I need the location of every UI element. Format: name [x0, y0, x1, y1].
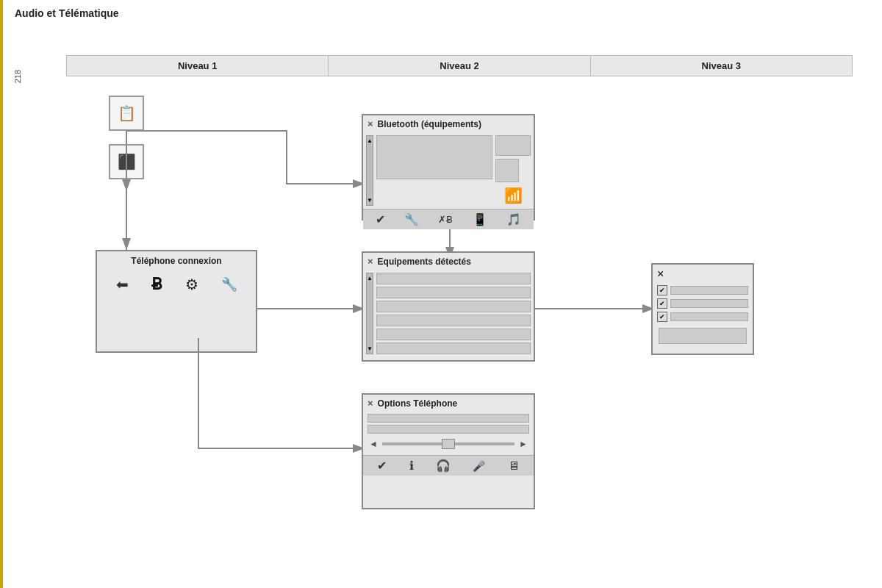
n3-label-1	[670, 286, 748, 295]
n3-checkbox-3: ✔	[653, 310, 753, 323]
slider-left-arrow[interactable]: ◄	[369, 439, 378, 449]
bt-list-item-1[interactable]	[376, 135, 492, 179]
eq-scroll-up: ▲	[367, 275, 373, 282]
slider-thumb[interactable]	[442, 439, 455, 449]
bt-right-box-2	[495, 159, 519, 182]
bluetooth-tools-icon: 🔧	[221, 276, 237, 293]
niveau3-header: Niveau 3	[591, 56, 852, 76]
options-input-1[interactable]	[368, 414, 529, 423]
bluetooth-right-panel: 📶	[495, 135, 531, 206]
n3-check-2[interactable]: ✔	[657, 298, 667, 309]
bluetooth-box: × Bluetooth (équipements) ▲ ▼ 📶 ✔ 🔧 ✗Ƀ 📱…	[362, 114, 535, 220]
options-toolbar: ✔ ℹ 🎧 🎤 🖥	[363, 455, 534, 476]
eq-item-4[interactable]	[376, 315, 531, 326]
connexion-icons-row: ⬅ Ƀ ⚙ 🔧	[97, 269, 256, 300]
slider-right-arrow[interactable]: ►	[519, 439, 528, 449]
scroll-up-arrow: ▲	[367, 137, 373, 144]
options-input-2[interactable]	[368, 425, 529, 434]
niveau1-header: Niveau 1	[67, 56, 329, 76]
eq-item-3[interactable]	[376, 301, 531, 312]
n3-close-x[interactable]: ×	[657, 268, 664, 281]
n3-check-1[interactable]: ✔	[657, 285, 667, 295]
n3-label-2	[670, 299, 748, 308]
opt-headphone2-icon[interactable]: 🎤	[473, 460, 485, 472]
eq-item-2[interactable]	[376, 287, 531, 298]
bluetooth-list-area: ▲ ▼ 📶	[366, 135, 531, 206]
options-slider-row: ◄ ►	[363, 436, 534, 452]
n3-check-3[interactable]: ✔	[657, 312, 667, 322]
eq-item-5[interactable]	[376, 329, 531, 340]
settings-phone-icon: ⚙	[185, 276, 198, 293]
bt-check-icon[interactable]: ✔	[376, 212, 385, 226]
opt-screen-icon[interactable]: 🖥	[508, 459, 520, 473]
equipements-scrollbar[interactable]: ▲ ▼	[366, 273, 373, 354]
opt-headphone-icon[interactable]: 🎧	[436, 459, 451, 473]
level-headers: Niveau 1 Niveau 2 Niveau 3	[66, 55, 853, 76]
bluetooth-title-row: × Bluetooth (équipements)	[363, 115, 534, 132]
telephone-connexion-box: Téléphone connexion ⬅ Ƀ ⚙ 🔧	[96, 250, 257, 353]
n3-label-3	[670, 312, 748, 321]
equipements-box: × Equipements détectés ▲ ▼	[362, 251, 535, 362]
n3-checkbox-1: ✔	[653, 284, 753, 297]
bluetooth-toolbar: ✔ 🔧 ✗Ƀ 📱 🎵	[363, 209, 534, 229]
equipements-title: Equipements détectés	[378, 257, 471, 267]
niveau2-header: Niveau 2	[329, 56, 590, 76]
scroll-down-arrow: ▼	[367, 197, 373, 204]
equipements-close-x[interactable]: ×	[368, 256, 373, 267]
bt-phone-icon[interactable]: 📱	[473, 212, 487, 226]
phone-list-icon-box[interactable]: 📋	[109, 96, 144, 131]
bluetooth-scrollbar[interactable]: ▲ ▼	[366, 135, 373, 206]
bt-right-box-1	[495, 135, 531, 156]
arrow-in-icon: ⬅	[116, 276, 129, 293]
eq-item-1[interactable]	[376, 273, 531, 284]
eq-scroll-down: ▼	[367, 345, 373, 352]
bt-tool-icon[interactable]: 🔧	[404, 212, 419, 226]
equipements-list-items	[376, 273, 531, 354]
phone-transfer-icon-box[interactable]: ⬛	[109, 144, 144, 179]
bt-music-icon[interactable]: 🎵	[506, 212, 521, 226]
top-border	[0, 0, 3, 588]
n3-button[interactable]	[659, 328, 747, 344]
page-title: Audio et Télématique	[15, 7, 119, 19]
bluetooth-title: Bluetooth (équipements)	[378, 119, 481, 129]
slider-track[interactable]	[382, 442, 514, 445]
bluetooth-list-items	[376, 135, 492, 206]
options-title: Options Téléphone	[378, 398, 458, 409]
opt-check-icon[interactable]: ✔	[377, 459, 387, 473]
options-title-row: × Options Téléphone	[363, 395, 534, 412]
bluetooth-icon: Ƀ	[151, 275, 162, 294]
equipements-list-area: ▲ ▼	[366, 273, 531, 354]
phone-list-icon: 📋	[118, 104, 136, 122]
bt-disconnect-icon[interactable]: ✗Ƀ	[438, 214, 453, 225]
n3-checkbox-2: ✔	[653, 297, 753, 310]
connexion-title: Téléphone connexion	[97, 251, 256, 269]
bluetooth-device-icon: 📶	[495, 185, 531, 206]
bluetooth-close-x[interactable]: ×	[368, 118, 373, 129]
options-telephone-box: × Options Téléphone ◄ ► ✔ ℹ 🎧 🎤 🖥	[362, 393, 535, 509]
equipements-title-row: × Equipements détectés	[363, 253, 534, 270]
eq-item-6[interactable]	[376, 343, 531, 354]
phone-transfer-icon: ⬛	[118, 153, 136, 171]
niveau3-box: × ✔ ✔ ✔	[651, 263, 754, 355]
options-close-x[interactable]: ×	[368, 398, 373, 409]
page-number: 218	[13, 70, 22, 83]
opt-info-icon[interactable]: ℹ	[409, 459, 414, 473]
